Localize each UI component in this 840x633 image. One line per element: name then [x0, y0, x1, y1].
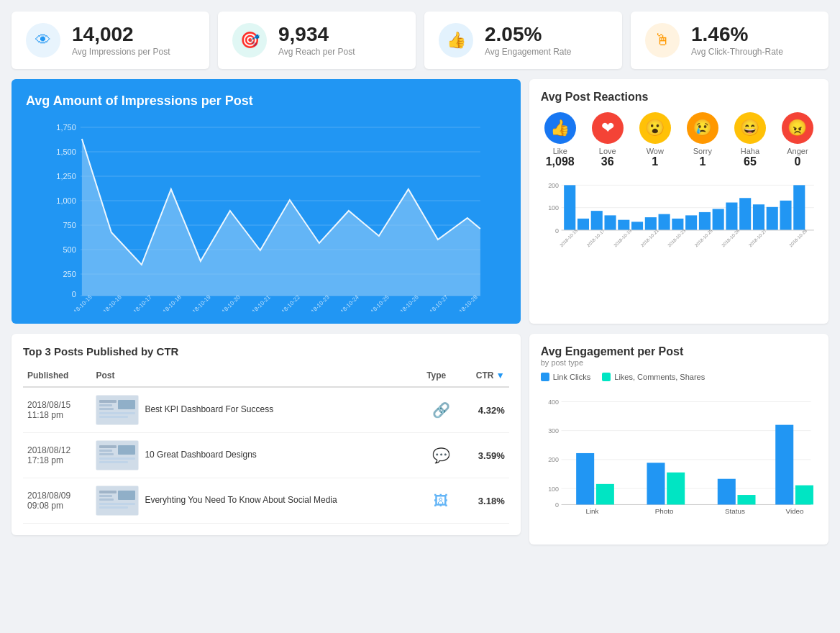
- svg-text:0: 0: [555, 501, 559, 509]
- cell-post: Best KPI Dashboard For Success: [91, 387, 422, 433]
- kpi-impressions: 👁 14,002 Avg Impressions per Post: [12, 12, 209, 69]
- top-posts-card: Top 3 Posts Published by CTR Published P…: [12, 334, 521, 535]
- sorry-count: 1: [687, 155, 718, 168]
- table-row: 2018/08/12 17:18 pm10 Great Dashboard De…: [23, 433, 509, 478]
- impressions-chart-svg: 1,750 1,500 1,250 1,000 750 500 250 0: [26, 117, 506, 311]
- ctr-label: Avg Click-Through-Rate: [691, 47, 783, 57]
- engagement-label: Avg Engagement Rate: [485, 47, 572, 57]
- svg-text:Status: Status: [725, 507, 745, 515]
- engagement-icon: 👍: [439, 23, 473, 58]
- engagement-value: 2.05%: [485, 24, 572, 46]
- anger-count: 0: [782, 155, 813, 168]
- kpi-ctr: 🖱 1.46% Avg Click-Through-Rate: [631, 12, 828, 69]
- kpi-row: 👁 14,002 Avg Impressions per Post 🎯 9,93…: [12, 12, 828, 69]
- col-published: Published: [23, 365, 91, 387]
- like-label: Like: [544, 147, 576, 155]
- svg-rect-73: [99, 450, 112, 452]
- legend-likes-dot: [602, 373, 611, 381]
- reach-label: Avg Reach per Post: [278, 47, 355, 57]
- svg-text:2018-10-27: 2018-10-27: [424, 293, 449, 311]
- impressions-icon: 👁: [26, 23, 60, 58]
- svg-text:100: 100: [548, 486, 559, 493]
- svg-rect-45: [685, 215, 697, 230]
- engagement-title: Avg Engagement per Post: [541, 345, 817, 358]
- haha-label: Haha: [734, 147, 766, 155]
- svg-rect-67: [99, 408, 114, 410]
- svg-rect-101: [737, 495, 755, 504]
- engagement-card: Avg Engagement per Post by post type Lin…: [529, 334, 828, 545]
- legend-link-dot: [541, 373, 549, 381]
- post-thumbnail: [96, 395, 139, 425]
- post-title-text: 10 Great Dashboard Designs: [145, 450, 256, 461]
- love-emoji: ❤: [592, 112, 624, 144]
- sorry-emoji: 😢: [687, 112, 718, 144]
- svg-rect-72: [99, 445, 117, 448]
- comment-type-icon: 💬: [432, 447, 450, 463]
- kpi-reach: 🎯 9,934 Avg Reach per Post: [218, 12, 416, 69]
- svg-text:2018-10-24: 2018-10-24: [334, 293, 360, 311]
- svg-rect-74: [99, 453, 114, 455]
- sort-icon: ▼: [496, 370, 505, 381]
- cell-published: 2018/08/12 17:18 pm: [23, 433, 91, 478]
- svg-text:2018-10-25: 2018-10-25: [693, 228, 713, 248]
- svg-text:2018-10-25: 2018-10-25: [365, 293, 391, 311]
- svg-text:Video: Video: [785, 507, 803, 515]
- svg-text:2018-10-19: 2018-10-19: [612, 228, 632, 248]
- link-type-icon: 🔗: [432, 402, 450, 418]
- svg-text:Photo: Photo: [654, 507, 673, 515]
- svg-rect-50: [753, 204, 764, 230]
- cell-ctr: 4.32%: [460, 387, 509, 433]
- svg-rect-53: [793, 185, 805, 230]
- svg-text:Link: Link: [585, 507, 598, 515]
- bottom-row: Top 3 Posts Published by CTR Published P…: [12, 334, 828, 545]
- col-ctr: CTR ▼: [460, 365, 509, 387]
- image-type-icon: 🖼: [434, 493, 448, 509]
- svg-text:1,250: 1,250: [56, 172, 76, 181]
- reactions-chart-svg: 200 100 0: [541, 174, 817, 286]
- reaction-like: 👍 Like 1,098: [544, 112, 576, 168]
- wow-label: Wow: [639, 147, 671, 155]
- kpi-engagement: 👍 2.05% Avg Engagement Rate: [424, 12, 622, 69]
- svg-rect-102: [775, 425, 793, 505]
- impressions-chart-section: Avg Amount of Impressions per Post 1,750…: [12, 79, 521, 324]
- svg-rect-98: [647, 463, 665, 504]
- svg-text:2018-10-19: 2018-10-19: [186, 293, 212, 311]
- svg-rect-100: [717, 479, 735, 505]
- svg-rect-69: [99, 412, 135, 414]
- svg-rect-41: [631, 222, 643, 230]
- svg-text:250: 250: [63, 270, 76, 278]
- svg-rect-38: [590, 211, 602, 230]
- col-type: Type: [422, 365, 460, 387]
- svg-text:750: 750: [63, 221, 76, 229]
- svg-text:2018-10-17: 2018-10-17: [127, 293, 153, 311]
- haha-emoji: 😄: [734, 112, 766, 144]
- svg-text:100: 100: [548, 204, 559, 211]
- impressions-chart-card: Avg Amount of Impressions per Post 1,750…: [12, 79, 521, 324]
- svg-rect-51: [766, 207, 777, 230]
- svg-rect-49: [739, 198, 751, 230]
- svg-text:400: 400: [548, 399, 559, 406]
- svg-rect-37: [578, 219, 589, 230]
- svg-rect-36: [564, 185, 575, 230]
- like-count: 1,098: [544, 155, 576, 168]
- cell-post: Everyhting You Need To Know About Social…: [91, 478, 422, 524]
- post-title-text: Best KPI Dashboard For Success: [145, 404, 273, 416]
- cell-published: 2018/08/09 09:08 pm: [23, 478, 91, 524]
- svg-text:2018-10-23: 2018-10-23: [305, 293, 331, 311]
- anger-label: Anger: [782, 147, 813, 155]
- svg-rect-82: [118, 491, 135, 500]
- engagement-section: Avg Engagement per Post by post type Lin…: [529, 334, 828, 545]
- svg-text:500: 500: [63, 245, 76, 254]
- svg-text:300: 300: [548, 427, 559, 434]
- table-title: Top 3 Posts Published by CTR: [23, 345, 509, 358]
- svg-text:200: 200: [548, 456, 559, 463]
- svg-text:2018-10-23: 2018-10-23: [667, 228, 687, 248]
- svg-text:2018-10-21: 2018-10-21: [639, 228, 659, 248]
- cell-published: 2018/08/15 11:18 pm: [23, 387, 91, 433]
- svg-text:2018-10-15: 2018-10-15: [558, 228, 578, 248]
- cell-ctr: 3.18%: [460, 478, 509, 524]
- svg-rect-52: [780, 201, 791, 230]
- cell-type: 💬: [422, 433, 460, 478]
- table-row: 2018/08/09 09:08 pmEveryhting You Need T…: [23, 478, 509, 524]
- reach-icon: 🎯: [232, 23, 267, 58]
